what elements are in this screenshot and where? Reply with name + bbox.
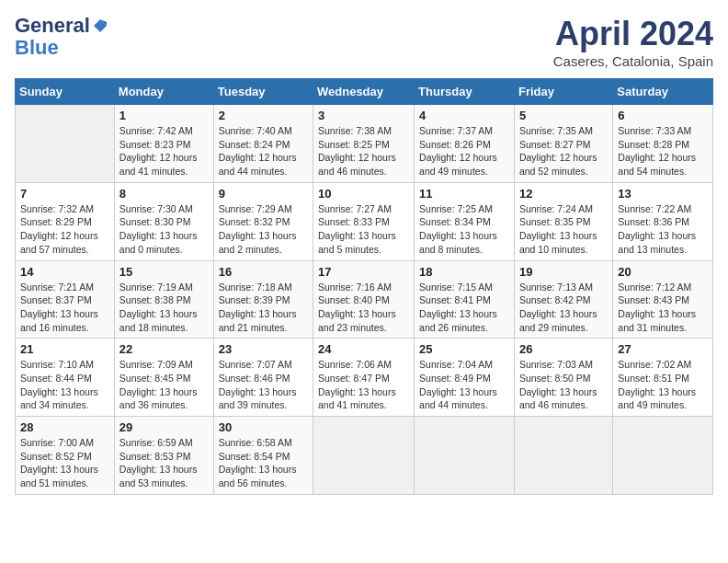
day-number: 23: [219, 342, 308, 356]
day-number: 5: [519, 109, 608, 122]
header-row: SundayMondayTuesdayWednesdayThursdayFrid…: [16, 79, 713, 105]
day-detail: Sunrise: 7:37 AMSunset: 8:26 PMDaylight:…: [419, 124, 509, 178]
day-cell: 8Sunrise: 7:30 AMSunset: 8:30 PMDaylight…: [114, 182, 213, 260]
week-row-2: 7Sunrise: 7:32 AMSunset: 8:29 PMDaylight…: [16, 182, 713, 260]
day-detail: Sunrise: 7:29 AMSunset: 8:32 PMDaylight:…: [219, 202, 308, 257]
day-detail: Sunrise: 7:02 AMSunset: 8:51 PMDaylight:…: [618, 358, 708, 412]
day-cell: 17Sunrise: 7:16 AMSunset: 8:40 PMDayligh…: [313, 260, 415, 339]
day-cell: 24Sunrise: 7:06 AMSunset: 8:47 PMDayligh…: [313, 339, 415, 417]
day-cell: 29Sunrise: 6:59 AMSunset: 8:53 PMDayligh…: [114, 417, 213, 495]
day-number: 28: [20, 420, 109, 434]
day-detail: Sunrise: 7:40 AMSunset: 8:24 PMDaylight:…: [219, 124, 308, 178]
day-number: 2: [219, 109, 308, 122]
day-number: 1: [119, 109, 209, 122]
day-cell: 9Sunrise: 7:29 AMSunset: 8:32 PMDaylight…: [213, 182, 313, 260]
col-header-tuesday: Tuesday: [213, 79, 313, 105]
day-number: 17: [318, 265, 409, 279]
day-detail: Sunrise: 7:35 AMSunset: 8:27 PMDaylight:…: [519, 124, 608, 178]
calendar-table: SundayMondayTuesdayWednesdayThursdayFrid…: [15, 78, 713, 495]
day-detail: Sunrise: 7:07 AMSunset: 8:46 PMDaylight:…: [219, 358, 308, 412]
day-number: 20: [618, 265, 708, 279]
day-number: 9: [219, 187, 308, 201]
day-number: 16: [219, 265, 308, 279]
day-detail: Sunrise: 7:24 AMSunset: 8:35 PMDaylight:…: [519, 202, 608, 257]
day-cell: 5Sunrise: 7:35 AMSunset: 8:27 PMDaylight…: [514, 105, 612, 183]
day-detail: Sunrise: 7:19 AMSunset: 8:38 PMDaylight:…: [119, 281, 209, 335]
week-row-1: 1Sunrise: 7:42 AMSunset: 8:23 PMDaylight…: [16, 105, 713, 183]
day-cell: 15Sunrise: 7:19 AMSunset: 8:38 PMDayligh…: [114, 260, 213, 339]
day-cell: [415, 417, 515, 495]
day-number: 26: [519, 342, 608, 356]
day-cell: 3Sunrise: 7:38 AMSunset: 8:25 PMDaylight…: [313, 105, 415, 183]
day-number: 7: [20, 187, 109, 201]
day-detail: Sunrise: 7:42 AMSunset: 8:23 PMDaylight:…: [119, 124, 209, 178]
day-cell: 11Sunrise: 7:25 AMSunset: 8:34 PMDayligh…: [415, 182, 515, 260]
title-area: April 2024 Caseres, Catalonia, Spain: [553, 15, 713, 69]
day-number: 3: [318, 109, 409, 122]
day-number: 10: [318, 187, 409, 201]
day-detail: Sunrise: 7:16 AMSunset: 8:40 PMDaylight:…: [318, 281, 409, 335]
day-cell: 1Sunrise: 7:42 AMSunset: 8:23 PMDaylight…: [114, 105, 213, 183]
logo-blue: Blue: [15, 37, 108, 59]
day-cell: 28Sunrise: 7:00 AMSunset: 8:52 PMDayligh…: [16, 417, 115, 495]
main-title: April 2024: [553, 15, 713, 53]
day-cell: 22Sunrise: 7:09 AMSunset: 8:45 PMDayligh…: [114, 339, 213, 417]
day-number: 27: [618, 342, 708, 356]
day-number: 22: [119, 342, 209, 356]
day-detail: Sunrise: 7:21 AMSunset: 8:37 PMDaylight:…: [20, 281, 109, 335]
day-number: 30: [219, 420, 308, 434]
day-cell: 18Sunrise: 7:15 AMSunset: 8:41 PMDayligh…: [415, 260, 515, 339]
day-cell: 6Sunrise: 7:33 AMSunset: 8:28 PMDaylight…: [613, 105, 713, 183]
day-cell: 26Sunrise: 7:03 AMSunset: 8:50 PMDayligh…: [514, 339, 612, 417]
col-header-monday: Monday: [114, 79, 213, 105]
day-detail: Sunrise: 7:22 AMSunset: 8:36 PMDaylight:…: [618, 202, 708, 257]
day-detail: Sunrise: 7:13 AMSunset: 8:42 PMDaylight:…: [519, 281, 608, 335]
day-cell: 13Sunrise: 7:22 AMSunset: 8:36 PMDayligh…: [613, 182, 713, 260]
day-detail: Sunrise: 7:25 AMSunset: 8:34 PMDaylight:…: [419, 202, 509, 257]
day-number: 21: [20, 342, 109, 356]
day-cell: 2Sunrise: 7:40 AMSunset: 8:24 PMDaylight…: [213, 105, 313, 183]
day-detail: Sunrise: 7:06 AMSunset: 8:47 PMDaylight:…: [318, 358, 409, 412]
day-cell: 25Sunrise: 7:04 AMSunset: 8:49 PMDayligh…: [415, 339, 515, 417]
day-cell: 19Sunrise: 7:13 AMSunset: 8:42 PMDayligh…: [514, 260, 612, 339]
day-number: 15: [119, 265, 209, 279]
day-number: 4: [419, 109, 509, 122]
day-number: 25: [419, 342, 509, 356]
week-row-5: 28Sunrise: 7:00 AMSunset: 8:52 PMDayligh…: [16, 417, 713, 495]
day-detail: Sunrise: 7:00 AMSunset: 8:52 PMDaylight:…: [20, 436, 109, 490]
day-detail: Sunrise: 7:04 AMSunset: 8:49 PMDaylight:…: [419, 358, 509, 412]
day-number: 14: [20, 265, 109, 279]
page-header: General Blue April 2024 Caseres, Catalon…: [15, 15, 713, 69]
day-cell: 23Sunrise: 7:07 AMSunset: 8:46 PMDayligh…: [213, 339, 313, 417]
day-cell: 20Sunrise: 7:12 AMSunset: 8:43 PMDayligh…: [613, 260, 713, 339]
day-cell: 4Sunrise: 7:37 AMSunset: 8:26 PMDaylight…: [415, 105, 515, 183]
logo-general: General: [15, 15, 90, 37]
day-number: 6: [618, 109, 708, 122]
day-detail: Sunrise: 7:18 AMSunset: 8:39 PMDaylight:…: [219, 281, 308, 335]
day-number: 12: [519, 187, 608, 201]
week-row-3: 14Sunrise: 7:21 AMSunset: 8:37 PMDayligh…: [16, 260, 713, 339]
day-cell: 10Sunrise: 7:27 AMSunset: 8:33 PMDayligh…: [313, 182, 415, 260]
col-header-saturday: Saturday: [613, 79, 713, 105]
day-cell: 7Sunrise: 7:32 AMSunset: 8:29 PMDaylight…: [16, 182, 115, 260]
day-detail: Sunrise: 7:38 AMSunset: 8:25 PMDaylight:…: [318, 124, 409, 178]
day-cell: [16, 105, 115, 183]
day-cell: 27Sunrise: 7:02 AMSunset: 8:51 PMDayligh…: [613, 339, 713, 417]
day-number: 29: [119, 420, 209, 434]
day-cell: [313, 417, 415, 495]
subtitle: Caseres, Catalonia, Spain: [553, 53, 713, 69]
svg-marker-0: [94, 19, 107, 32]
day-cell: [613, 417, 713, 495]
week-row-4: 21Sunrise: 7:10 AMSunset: 8:44 PMDayligh…: [16, 339, 713, 417]
day-detail: Sunrise: 6:59 AMSunset: 8:53 PMDaylight:…: [119, 436, 209, 490]
day-number: 13: [618, 187, 708, 201]
day-detail: Sunrise: 7:27 AMSunset: 8:33 PMDaylight:…: [318, 202, 409, 257]
col-header-thursday: Thursday: [415, 79, 515, 105]
logo: General Blue: [15, 15, 108, 59]
day-detail: Sunrise: 7:09 AMSunset: 8:45 PMDaylight:…: [119, 358, 209, 412]
day-cell: 21Sunrise: 7:10 AMSunset: 8:44 PMDayligh…: [16, 339, 115, 417]
day-cell: 12Sunrise: 7:24 AMSunset: 8:35 PMDayligh…: [514, 182, 612, 260]
day-detail: Sunrise: 7:03 AMSunset: 8:50 PMDaylight:…: [519, 358, 608, 412]
day-detail: Sunrise: 7:33 AMSunset: 8:28 PMDaylight:…: [618, 124, 708, 178]
day-cell: [514, 417, 612, 495]
